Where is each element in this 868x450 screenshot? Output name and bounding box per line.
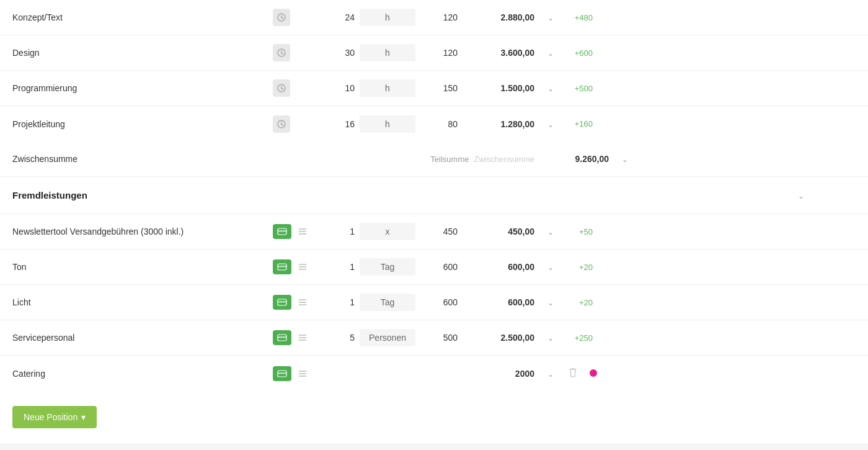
delta-cell: +500: [562, 84, 599, 93]
lines-icon[interactable]: [295, 224, 310, 239]
chevron-down-icon: ⌄: [547, 370, 554, 379]
table-row: Konzept/Text 24 h 120 2.880,00 ⌄ +480: [0, 0, 868, 35]
delta-cell: +160: [562, 119, 599, 128]
table-row: Servicepersonal 5 Personen 500 2.500,00 …: [0, 320, 868, 356]
qty-cell: 16: [322, 119, 360, 129]
row-chevron[interactable]: ⌄: [539, 83, 562, 93]
card-icon: [273, 366, 291, 381]
qty-cell: 1: [322, 262, 360, 272]
lines-icon[interactable]: [295, 330, 310, 345]
chevron-down-icon: ⌄: [547, 334, 554, 343]
section-chevron[interactable]: ⌄: [790, 191, 812, 200]
total-cell: 600,00: [465, 262, 539, 272]
price-cell: 500: [415, 333, 465, 343]
row-chevron[interactable]: ⌄: [539, 48, 562, 58]
price-cell: 600: [415, 297, 465, 307]
row-icons: [273, 224, 322, 239]
subtotal-chevron[interactable]: ⌄: [614, 154, 636, 164]
status-dot: [584, 369, 603, 379]
total-cell: 450,00: [465, 227, 539, 236]
row-name: Catering: [0, 369, 273, 379]
price-cell: 150: [415, 83, 465, 93]
unit-cell: h: [360, 9, 415, 26]
table-wrapper: Konzept/Text 24 h 120 2.880,00 ⌄ +480 De…: [0, 0, 868, 443]
lines-icon[interactable]: [295, 366, 310, 381]
price-cell: 450: [415, 227, 465, 236]
row-chevron[interactable]: ⌄: [539, 12, 562, 22]
delta-cell: +480: [562, 13, 599, 22]
delta-cell: +50: [562, 227, 599, 236]
row-chevron[interactable]: ⌄: [539, 297, 562, 307]
chevron-down-icon: ⌄: [547, 120, 554, 129]
unit-cell: h: [360, 115, 415, 133]
svg-line-11: [281, 124, 283, 125]
card-icon: [273, 224, 291, 239]
row-name: Design: [0, 48, 273, 58]
row-icons: [273, 44, 322, 61]
new-position-button[interactable]: Neue Position ▾: [12, 406, 97, 428]
price-cell: 80: [415, 119, 465, 129]
row-icons: [273, 79, 322, 97]
clock-icon: [273, 9, 290, 26]
row-icons: [273, 9, 322, 26]
row-name: Ton: [0, 262, 273, 272]
qty-cell: 10: [322, 83, 360, 93]
row-name: Servicepersonal: [0, 333, 273, 343]
svg-rect-18: [278, 266, 286, 268]
unit-cell: Personen: [360, 329, 415, 346]
card-icon: [273, 295, 291, 310]
delta-cell: +20: [562, 298, 599, 307]
table-row: Programmierung 10 h 150 1.500,00 ⌄ +500: [0, 71, 868, 106]
chevron-down-icon: ⌄: [622, 155, 628, 164]
row-name: Programmierung: [0, 83, 273, 93]
price-cell: 120: [415, 12, 465, 22]
row-chevron[interactable]: ⌄: [539, 262, 562, 272]
qty-cell: 5: [322, 333, 360, 343]
chevron-down-icon: ⌄: [547, 14, 554, 22]
svg-rect-28: [278, 336, 286, 338]
unit-cell: Tag: [360, 258, 415, 276]
pink-dot: [590, 369, 597, 377]
card-icon: [273, 330, 291, 345]
unit-cell: x: [360, 223, 415, 240]
total-cell: 3.600,00: [465, 48, 539, 58]
clock-icon: [273, 115, 290, 133]
svg-rect-13: [278, 230, 286, 232]
chevron-down-icon: ⌄: [547, 299, 554, 307]
row-chevron[interactable]: ⌄: [539, 119, 562, 129]
subtotal-area: Teilsumme Zwischensumme: [360, 155, 539, 164]
row-chevron[interactable]: ⌄: [539, 369, 562, 379]
row-name: Konzept/Text: [0, 12, 273, 22]
delta-cell: +20: [562, 263, 599, 272]
lines-icon[interactable]: [295, 259, 310, 274]
section-header: Fremdleistungen ⌄: [0, 177, 868, 214]
table-row: Ton 1 Tag 600 600,00 ⌄ +20: [0, 250, 868, 285]
row-icons: [273, 259, 322, 274]
table-row: Licht 1 Tag 600 600,00 ⌄ +20: [0, 285, 868, 320]
row-icons: [273, 115, 322, 133]
row-chevron[interactable]: ⌄: [539, 333, 562, 343]
trash-icon[interactable]: [562, 367, 584, 380]
row-name: Newslettertool Versandgebühren (3000 ink…: [0, 227, 273, 236]
svg-line-5: [281, 53, 283, 55]
lines-icon[interactable]: [295, 295, 310, 310]
row-icons: [273, 330, 322, 345]
table-row: Catering 2000 ⌄: [0, 356, 868, 391]
subtotal-name: Zwischensumme: [0, 154, 273, 164]
svg-rect-33: [278, 372, 286, 374]
row-chevron[interactable]: ⌄: [539, 227, 562, 236]
qty-cell: 30: [322, 48, 360, 58]
price-cell: 120: [415, 48, 465, 58]
row-icons: [273, 366, 322, 381]
total-cell: 2.500,00: [465, 333, 539, 343]
delta-cell: +600: [562, 48, 599, 58]
subtotal-row: Zwischensumme Teilsumme Zwischensumme 9.…: [0, 142, 868, 177]
qty-cell: 1: [322, 297, 360, 307]
total-cell: 2000: [465, 369, 539, 379]
row-name: Projektleitung: [0, 119, 273, 129]
chevron-down-icon: ⌄: [798, 192, 804, 200]
row-name: Licht: [0, 297, 273, 307]
table-row: Newslettertool Versandgebühren (3000 ink…: [0, 214, 868, 250]
unit-cell: h: [360, 44, 415, 61]
total-cell: 1.500,00: [465, 83, 539, 93]
